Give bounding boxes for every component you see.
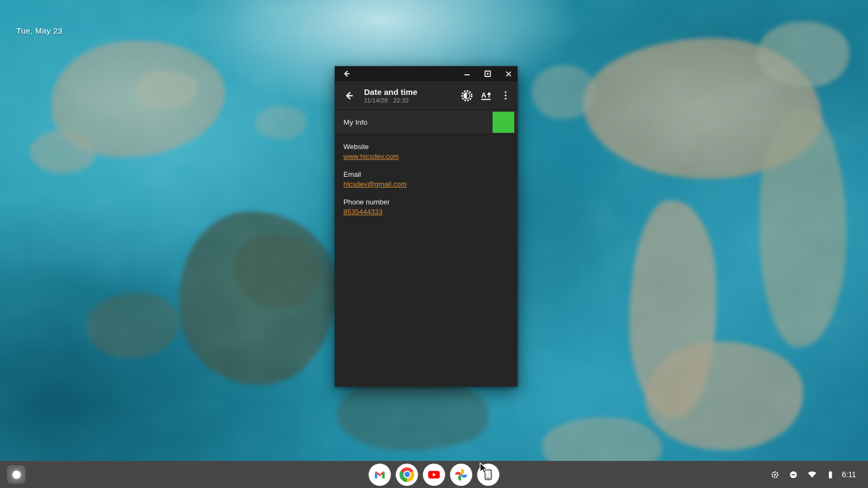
website-field: Website www.hlcsdev.com: [343, 142, 509, 162]
app-back-button[interactable]: [339, 86, 358, 105]
chrome-icon-core: [404, 472, 410, 477]
page-subtitle: 11/14/2822:32: [364, 97, 457, 104]
battery-icon: [825, 469, 835, 480]
email-field: Email hlcsdev@gmail.com: [343, 170, 509, 189]
window-titlebar: [335, 66, 518, 81]
close-icon: [505, 70, 512, 78]
app-window: Date and time 11/14/2822:32 A: [335, 66, 518, 387]
subtitle-time: 22:32: [393, 97, 409, 104]
website-link[interactable]: www.hlcsdev.com: [343, 152, 399, 162]
google-photos-app-button[interactable]: [450, 464, 473, 486]
gmail-icon: [373, 467, 387, 482]
my-info-color-swatch: [493, 112, 514, 133]
gmail-app-button[interactable]: [369, 464, 391, 486]
toolbar-actions: A: [457, 86, 515, 105]
chrome-icon: [400, 467, 414, 482]
google-photos-icon: [454, 467, 469, 482]
phone-link[interactable]: 8535444333: [343, 207, 382, 217]
phone-label: Phone number: [343, 197, 509, 207]
desktop-date-label: Tue, May 23: [16, 26, 62, 35]
email-label: Email: [343, 170, 509, 179]
back-arrow-icon: [343, 90, 354, 101]
display-contrast-button[interactable]: [457, 86, 476, 105]
launcher-button[interactable]: [7, 465, 25, 484]
do-not-disturb-button[interactable]: [786, 466, 802, 483]
wifi-button[interactable]: [804, 466, 820, 483]
my-info-row[interactable]: My Info: [335, 110, 518, 134]
maximize-button[interactable]: [480, 67, 496, 80]
overflow-menu-button[interactable]: [496, 86, 515, 105]
phone-field: Phone number 8535444333: [343, 197, 509, 217]
overflow-menu-icon: [500, 90, 511, 101]
battery-button[interactable]: [822, 466, 839, 483]
subtitle-date: 11/14/28: [364, 97, 388, 104]
shelf: 6:11: [0, 461, 868, 488]
youtube-app-button[interactable]: [423, 464, 445, 486]
maximize-icon: [484, 70, 492, 78]
page-title: Date and time: [364, 87, 457, 97]
minimize-icon: [463, 70, 471, 78]
app-toolbar: Date and time 11/14/2822:32 A: [335, 81, 518, 110]
do-not-disturb-icon: [788, 470, 799, 480]
my-info-label: My Info: [343, 118, 493, 126]
chrome-app-button[interactable]: [396, 464, 418, 486]
email-link[interactable]: hlcsdev@gmail.com: [343, 179, 407, 189]
mouse-cursor: [478, 463, 489, 476]
minimize-button[interactable]: [459, 67, 475, 80]
clock-label: 6:11: [842, 470, 856, 479]
svg-text:A: A: [481, 91, 487, 99]
app-header-titles: Date and time 11/14/2822:32: [364, 87, 457, 104]
font-size-button[interactable]: A: [476, 86, 496, 105]
font-size-icon: A: [480, 89, 492, 101]
gear-status-button[interactable]: [767, 466, 783, 483]
close-button[interactable]: [500, 67, 516, 80]
display-contrast-icon: [460, 89, 474, 102]
status-tray[interactable]: 6:11: [764, 461, 863, 488]
youtube-icon: [427, 467, 442, 482]
contact-fields: Website www.hlcsdev.com Email hlcsdev@gm…: [335, 134, 518, 387]
gear-icon: [770, 470, 780, 480]
back-arrow-icon: [341, 69, 351, 79]
desktop-screen: Tue, May 23: [0, 0, 868, 488]
window-back-button[interactable]: [338, 67, 354, 80]
wifi-icon: [807, 469, 818, 480]
website-label: Website: [343, 142, 509, 151]
app-launcher-icon: [12, 471, 21, 479]
